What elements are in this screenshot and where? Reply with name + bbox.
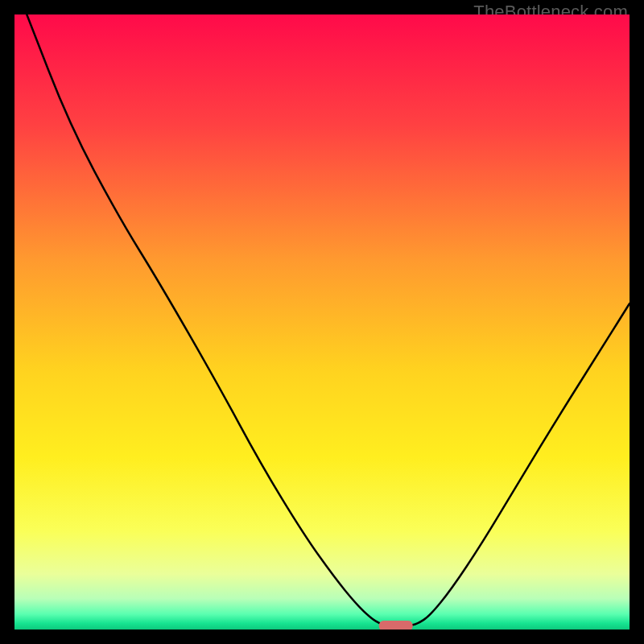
plot-area bbox=[14, 14, 630, 630]
optimal-marker bbox=[379, 621, 413, 630]
chart-container: TheBottleneck.com bbox=[0, 0, 644, 644]
gradient-background bbox=[14, 14, 630, 630]
chart-svg bbox=[14, 14, 630, 630]
